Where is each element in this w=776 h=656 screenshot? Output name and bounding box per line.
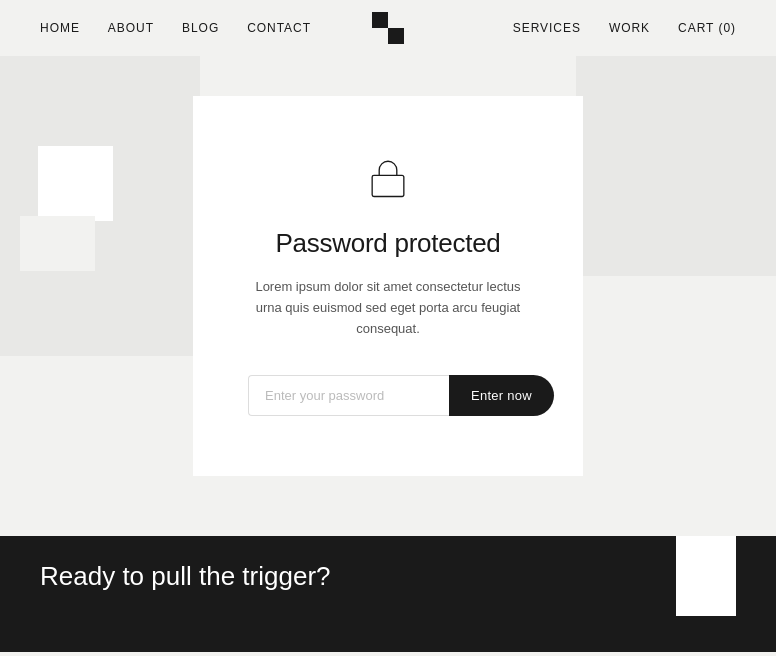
site-logo[interactable] (372, 12, 404, 44)
navbar: HOME ABOUT BLOG CONTACT SERVICES WORK CA… (0, 0, 776, 56)
main-content: Password protected Lorem ipsum dolor sit… (0, 56, 776, 536)
nav-work[interactable]: WORK (609, 21, 650, 35)
nav-cart[interactable]: CART (0) (678, 21, 736, 35)
svg-rect-0 (372, 175, 404, 196)
deco-left-inner2 (20, 216, 95, 271)
nav-blog[interactable]: BLOG (182, 21, 219, 35)
footer-deco-black (736, 536, 776, 616)
deco-left-block (0, 56, 200, 356)
nav-about[interactable]: ABOUT (108, 21, 154, 35)
nav-left: HOME ABOUT BLOG CONTACT (40, 21, 311, 35)
bottom-area (0, 616, 776, 652)
nav-home[interactable]: HOME (40, 21, 80, 35)
logo-cell-tl (372, 12, 388, 28)
footer-strip: Ready to pull the trigger? (0, 536, 776, 616)
enter-now-button[interactable]: Enter now (449, 375, 554, 416)
password-card: Password protected Lorem ipsum dolor sit… (193, 96, 583, 476)
logo-cell-br (388, 28, 404, 44)
nav-contact[interactable]: CONTACT (247, 21, 311, 35)
deco-left-inner (38, 146, 113, 221)
card-title: Password protected (275, 228, 500, 259)
password-form: Enter now (248, 375, 528, 416)
deco-right-block (576, 56, 776, 276)
footer-deco-white (676, 536, 736, 616)
logo-cell-bl (372, 28, 388, 44)
nav-right: SERVICES WORK CART (0) (513, 21, 736, 35)
nav-services[interactable]: SERVICES (513, 21, 581, 35)
footer-heading: Ready to pull the trigger? (40, 561, 331, 592)
password-input[interactable] (248, 375, 449, 416)
lock-icon (366, 156, 410, 204)
card-description: Lorem ipsum dolor sit amet consectetur l… (248, 277, 528, 339)
logo-cell-tr (388, 12, 404, 28)
